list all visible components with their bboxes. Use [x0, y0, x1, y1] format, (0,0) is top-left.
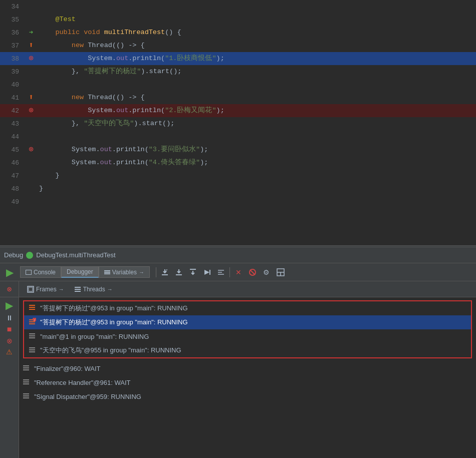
sub-tabs: Frames → Threads →: [19, 281, 137, 297]
breakpoint-icon[interactable]: ⬆: [29, 94, 34, 102]
code-line-47: 47 }: [0, 169, 476, 182]
thread-icon-4: [28, 346, 37, 355]
thread-text-1: "菩提树下的杨过"@953 in group "main": RUNNING: [40, 304, 188, 313]
thread-text-refhandler: "Reference Handler"@961: WAIT: [34, 379, 130, 386]
stop-button[interactable]: ✕: [232, 266, 245, 279]
debug-header: Debug DebugTest.multiThreadTest: [0, 247, 476, 263]
warning-button[interactable]: ⚠: [6, 348, 13, 355]
step-into-icon: [174, 268, 183, 277]
line-number: 34: [0, 3, 25, 11]
breakpoint-red-icon[interactable]: ⊗: [29, 146, 34, 154]
line-number: 45: [0, 146, 25, 154]
error-button[interactable]: ⊗: [7, 337, 13, 344]
tab-debugger[interactable]: Debugger: [61, 266, 99, 278]
red-outline-group: "菩提树下的杨过"@953 in group "main": RUNNING ✓: [23, 300, 472, 358]
settings-button[interactable]: ⚙: [260, 266, 273, 279]
svg-rect-22: [29, 333, 35, 334]
thread-item-finalizer[interactable]: "Finalizer"@960: WAIT: [19, 361, 476, 375]
stop-small-button[interactable]: ■: [7, 325, 12, 333]
line-number: 47: [0, 172, 25, 180]
svg-rect-29: [23, 367, 29, 368]
thread-icon-3: [28, 332, 37, 341]
frames-label: Frames: [36, 286, 57, 293]
thread-text-signal: "Signal Dispatcher"@959: RUNNING: [34, 393, 141, 400]
thread-icon-signal: [22, 392, 31, 401]
thread-item-1[interactable]: "菩提树下的杨过"@953 in group "main": RUNNING: [24, 301, 471, 315]
pause-button[interactable]: ⏸: [6, 314, 13, 321]
arrow-icon: ➜: [29, 29, 33, 36]
line-number: 43: [0, 120, 25, 128]
thread-item-2[interactable]: ✓ "菩提树下的杨过"@953 in group "main": RUNNING: [24, 315, 471, 329]
breakpoint-red-icon[interactable]: ⊗: [29, 107, 34, 115]
code-text: System.out.println("1.卧枝商恨低");: [37, 52, 476, 65]
restore-layout-icon: [276, 268, 285, 277]
svg-rect-30: [23, 369, 29, 370]
step-out-button[interactable]: [186, 266, 199, 279]
svg-rect-18: [29, 321, 35, 322]
threads-icon: [74, 286, 81, 293]
svg-rect-27: [29, 351, 35, 352]
code-line-43: 43 }, "天空中的飞鸟").start();: [0, 117, 476, 130]
code-line-39: 39 }, "菩提树下的杨过").start();: [0, 65, 476, 78]
thread-gray-icon-3: [22, 364, 30, 372]
tab-console[interactable]: Console: [20, 266, 61, 278]
mute-breakpoints-icon: [248, 268, 257, 277]
thread-text-4: "天空中的飞鸟"@955 in group "main": RUNNING: [40, 346, 181, 355]
run-to-cursor-icon: [202, 268, 211, 277]
breakpoint-icon[interactable]: ⬆: [29, 42, 34, 50]
step-into-button[interactable]: [172, 266, 185, 279]
thread-item-3[interactable]: "main"@1 in group "main": RUNNING: [24, 329, 471, 343]
threads-arrow: →: [107, 286, 113, 292]
line-gutter: ⊗: [25, 107, 37, 115]
line-gutter: ➜: [25, 29, 37, 36]
debug-session-name: DebugTest.multiThreadTest: [36, 251, 115, 259]
step-over-button[interactable]: [158, 266, 171, 279]
step-over-icon: [160, 268, 169, 277]
code-text: System.out.println("3.要问卧似水");: [37, 143, 476, 156]
debug-panel: Debug DebugTest.multiThreadTest ▶ Consol…: [0, 247, 476, 458]
resume-button[interactable]: ▶: [3, 266, 16, 279]
tab-threads[interactable]: Threads →: [70, 285, 117, 294]
tab-console-label: Console: [34, 269, 56, 276]
debug-tabs: Console Debugger Variables →: [20, 266, 150, 278]
svg-rect-32: [23, 381, 29, 382]
run-to-cursor-button[interactable]: [200, 266, 213, 279]
thread-item-4[interactable]: "天空中的飞鸟"@955 in group "main": RUNNING: [24, 343, 471, 357]
threads-label: Threads: [83, 286, 105, 293]
line-number: 42: [0, 107, 25, 115]
line-number: 44: [0, 133, 25, 141]
svg-line-5: [250, 270, 255, 275]
line-number: 36: [0, 29, 25, 37]
svg-rect-15: [29, 307, 35, 308]
play-button[interactable]: ▶: [6, 300, 13, 310]
code-line-48: 48 }: [0, 182, 476, 195]
code-line-40: 40: [0, 78, 476, 91]
thread-icon-finalizer: [22, 364, 31, 373]
svg-rect-34: [23, 393, 29, 394]
code-line-38: 38 ⊗ System.out.println("1.卧枝商恨低");: [0, 52, 476, 65]
code-line-37: 37 ⬆ new Thread(() -> {: [0, 39, 476, 52]
svg-rect-28: [23, 365, 29, 366]
line-gutter: ⊗: [25, 146, 37, 154]
svg-rect-24: [29, 337, 35, 338]
code-line-36: 36 ➜ public void multiThreadTest() {: [0, 26, 476, 39]
code-line-35: 35 @Test: [0, 13, 476, 26]
frames-arrow: →: [59, 286, 64, 292]
breakpoint-red-icon[interactable]: ⊗: [29, 55, 34, 63]
thread-running-icon: [28, 303, 36, 311]
svg-rect-14: [29, 305, 35, 306]
mute-breakpoints-button[interactable]: [246, 266, 259, 279]
code-text: System.out.println("2.卧梅又闻花");: [37, 104, 476, 117]
thread-item-refhandler[interactable]: "Reference Handler"@961: WAIT: [19, 375, 476, 389]
session-running-icon: [26, 252, 33, 259]
left-controls-gutter: ▶ ⏸ ■ ⊗ ⚠: [0, 297, 19, 458]
code-line-45: 45 ⊗ System.out.println("3.要问卧似水");: [0, 143, 476, 156]
tab-variables[interactable]: Variables →: [99, 266, 150, 278]
code-line-41: 41 ⬆ new Thread(() -> {: [0, 91, 476, 104]
thread-text-2: "菩提树下的杨过"@953 in group "main": RUNNING: [40, 318, 188, 327]
tab-frames[interactable]: Frames →: [23, 285, 68, 294]
thread-item-signal[interactable]: "Signal Dispatcher"@959: RUNNING: [19, 389, 476, 403]
evaluate-button[interactable]: [214, 266, 227, 279]
sub-tab-gutter: ⊗: [0, 281, 19, 297]
restore-layout-button[interactable]: [274, 266, 287, 279]
